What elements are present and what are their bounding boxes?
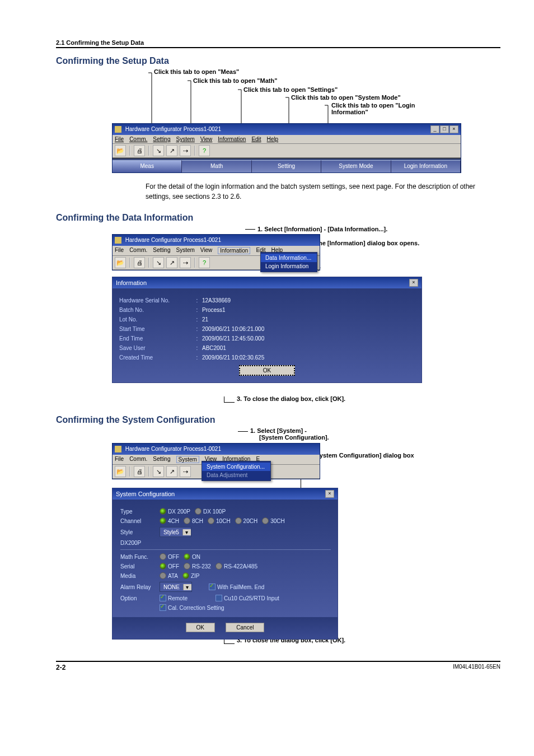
menu-system[interactable]: System <box>176 247 195 254</box>
menu-setting[interactable]: Setting <box>153 136 170 142</box>
menubar: File Comm. Setting System View Informati… <box>113 135 461 144</box>
help-icon[interactable]: ? <box>199 145 210 156</box>
open-icon[interactable]: 📂 <box>115 257 126 268</box>
info-label: Start Time <box>119 326 192 332</box>
app-icon <box>115 237 121 244</box>
menu-comm[interactable]: Comm. <box>129 247 147 254</box>
menu-help[interactable]: Help <box>267 136 279 142</box>
menu-comm[interactable]: Comm. <box>129 136 147 142</box>
open-icon[interactable]: 📂 <box>115 145 126 156</box>
paragraph-sec1: For the detail of the login information … <box>146 181 500 202</box>
close-button[interactable]: × <box>325 490 334 498</box>
menu-item-login-info[interactable]: Login Information <box>261 262 317 270</box>
menu-system[interactable]: System <box>176 136 195 142</box>
radio-rs422[interactable]: RS-422A/485 <box>216 563 257 570</box>
label-serial: Serial <box>120 563 160 570</box>
anno-select-syscfg: 1. Select [System] - [System Configurati… <box>238 427 329 441</box>
radio-rs232[interactable]: RS-232 <box>184 563 211 570</box>
recv-icon[interactable]: ↘ <box>153 145 164 156</box>
menu-view[interactable]: View <box>200 136 213 142</box>
info-row: Batch No.:Process1 <box>119 307 415 313</box>
menu-setting[interactable]: Setting <box>153 247 170 254</box>
menu-view[interactable]: View <box>200 247 213 254</box>
cancel-button[interactable]: Cancel <box>226 623 264 632</box>
system-dropdown: System Configuration... Data Adjustment <box>202 461 271 481</box>
radio-dx100p[interactable]: DX 100P <box>195 508 226 515</box>
send-icon[interactable]: ↗ <box>166 257 177 268</box>
radio-8ch[interactable]: 8CH <box>184 517 203 524</box>
tab-system-mode[interactable]: System Mode <box>321 160 391 172</box>
menu-item-data-info[interactable]: Data Information... <box>261 254 317 262</box>
label-model: DX200P <box>120 540 160 546</box>
menu-comm[interactable]: Comm. <box>129 456 147 463</box>
window-title: Hardware Configurator Process1-0021 <box>125 446 221 452</box>
label-channel: Channel <box>120 518 160 524</box>
tab-math[interactable]: Math <box>182 160 251 172</box>
callout-settings: Click this tab to open "Settings" <box>243 86 338 93</box>
window-title: Hardware Configurator Process1-0021 <box>125 126 221 132</box>
info-row: Hardware Serial No.:12A338669 <box>119 297 415 304</box>
radio-30ch[interactable]: 30CH <box>262 517 285 524</box>
open-icon[interactable]: 📂 <box>115 466 126 477</box>
dialog-title: Information <box>116 279 147 286</box>
send-icon[interactable]: ↗ <box>166 466 177 477</box>
tab-login-info[interactable]: Login Information <box>391 160 461 172</box>
information-dialog: Information × Hardware Serial No.:12A338… <box>112 277 422 383</box>
radio-ata[interactable]: ATA <box>160 572 178 579</box>
radio-zip[interactable]: ZIP <box>182 572 200 579</box>
minimize-button[interactable]: _ <box>430 125 439 133</box>
menu-item-sys-config[interactable]: System Configuration... <box>202 463 270 471</box>
ok-button[interactable]: OK <box>186 623 215 632</box>
ok-button[interactable]: OK <box>239 365 295 376</box>
tab-meas[interactable]: Meas <box>113 160 182 172</box>
menu-file[interactable]: File <box>115 136 124 142</box>
colon: : <box>192 307 202 313</box>
anno-info-dialog: 2. The [Information] dialog box opens. ▼ <box>308 240 419 272</box>
window-title: Hardware Configurator Process1-0021 <box>125 237 221 243</box>
menu-information[interactable]: Information <box>218 247 250 254</box>
tabstrip: Meas Math Setting System Mode Login Info… <box>113 158 461 172</box>
radio-10ch[interactable]: 10CH <box>208 517 231 524</box>
info-label: Save User <box>119 345 192 351</box>
chk-cu10[interactable]: Cu10 Cu25/RTD Input <box>216 595 279 601</box>
send2-icon[interactable]: ⇢ <box>180 257 191 268</box>
colon: : <box>192 335 202 342</box>
send2-icon[interactable]: ⇢ <box>180 466 191 477</box>
recv-icon[interactable]: ↘ <box>153 257 164 268</box>
system-config-dialog: System Configuration × Type DX 200P DX 1… <box>112 488 338 640</box>
print-icon[interactable]: 🖨 <box>134 257 145 268</box>
send-icon[interactable]: ↗ <box>166 145 177 156</box>
chk-cal[interactable]: Cal. Correction Setting <box>160 604 224 611</box>
chk-remote[interactable]: Remote <box>160 595 188 601</box>
radio-dx200p[interactable]: DX 200P <box>160 508 190 515</box>
radio-math-off[interactable]: OFF <box>160 553 179 560</box>
alarm-combo[interactable]: NONE▾ <box>160 582 192 592</box>
colon: : <box>192 345 202 351</box>
menu-file[interactable]: File <box>115 247 124 254</box>
label-alarm: Alarm Relay <box>120 584 160 590</box>
print-icon[interactable]: 🖨 <box>134 466 145 477</box>
send2-icon[interactable]: ⇢ <box>180 145 191 156</box>
label-math: Math Func. <box>120 554 160 560</box>
callout-sysmode: Click this tab to open "System Mode" <box>291 94 401 101</box>
print-icon[interactable]: 🖨 <box>134 145 145 156</box>
maximize-button[interactable]: □ <box>440 125 449 133</box>
menu-information[interactable]: Information <box>218 136 246 142</box>
recv-icon[interactable]: ↘ <box>153 466 164 477</box>
menu-setting[interactable]: Setting <box>153 456 170 463</box>
help-icon[interactable]: ? <box>199 257 210 268</box>
menu-system[interactable]: System <box>176 456 199 463</box>
information-dropdown: Data Information... Login Information <box>260 252 317 272</box>
radio-math-on[interactable]: ON <box>184 553 200 560</box>
close-button[interactable]: × <box>449 125 458 133</box>
chk-failmem[interactable]: With FailMem. End <box>209 584 264 590</box>
menu-edit[interactable]: Edit <box>251 136 261 142</box>
menu-file[interactable]: File <box>115 456 124 463</box>
style-combo[interactable]: Style5▾ <box>160 527 191 537</box>
close-button[interactable]: × <box>409 279 418 287</box>
radio-serial-off[interactable]: OFF <box>160 563 179 570</box>
radio-20ch[interactable]: 20CH <box>235 517 258 524</box>
radio-4ch[interactable]: 4CH <box>160 517 179 524</box>
tab-setting[interactable]: Setting <box>252 160 321 172</box>
info-row: End Time:2009/06/21 12:45:50.000 <box>119 335 415 342</box>
